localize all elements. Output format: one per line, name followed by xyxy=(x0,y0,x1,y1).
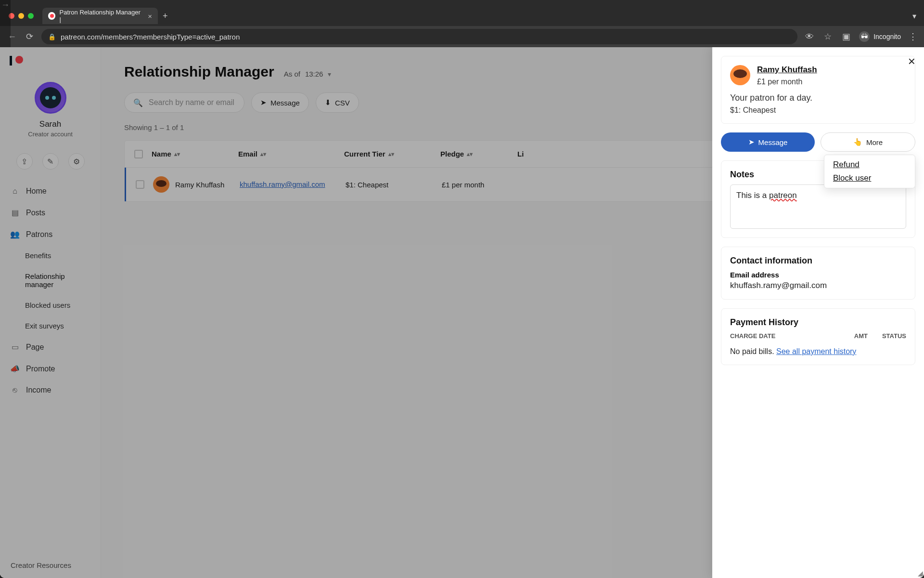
lock-icon: 🔒 xyxy=(48,33,56,40)
ph-see-all-link[interactable]: See all payment history xyxy=(776,347,856,355)
menu-refund[interactable]: Refund xyxy=(833,160,906,170)
window-zoom-icon[interactable] xyxy=(28,13,34,19)
ph-col-date: CHARGE DATE xyxy=(730,332,840,340)
panel-icon[interactable]: ▣ xyxy=(841,31,851,42)
payment-history-title: Payment History xyxy=(730,317,906,328)
tabs-overflow-icon[interactable]: ▾ xyxy=(912,12,916,21)
url-text: patreon.com/members?membershipType=activ… xyxy=(61,33,240,41)
send-icon: ➤ xyxy=(748,138,755,146)
browser-tab-bar: Patron Relationship Manager | × + ▾ xyxy=(0,6,924,26)
cursor-icon: 👆 xyxy=(853,138,862,146)
bookmark-icon[interactable]: ☆ xyxy=(822,31,833,42)
drawer-more-button[interactable]: 👆More xyxy=(821,132,915,152)
contact-title: Contact information xyxy=(730,256,906,266)
notes-textarea[interactable]: This is a patreon xyxy=(730,184,906,229)
eye-off-icon[interactable]: 👁 xyxy=(804,32,815,42)
window-minimize-icon[interactable] xyxy=(18,13,24,19)
patron-since: Your patron for a day. xyxy=(730,93,906,103)
patron-summary-card: Ramy Khuffash £1 per month Your patron f… xyxy=(721,56,915,124)
patron-avatar xyxy=(730,65,750,85)
email-label: Email address xyxy=(730,271,906,279)
browser-tab[interactable]: Patron Relationship Manager | × xyxy=(42,8,158,24)
incognito-badge[interactable]: 🕶 Incognito xyxy=(859,31,901,42)
tab-close-icon[interactable]: × xyxy=(148,12,152,20)
drawer-message-button[interactable]: ➤Message xyxy=(721,132,815,152)
favicon-icon xyxy=(48,12,55,20)
payment-history-card: Payment History CHARGE DATE AMT STATUS N… xyxy=(721,308,915,365)
traffic-lights xyxy=(9,13,34,19)
tab-title: Patron Relationship Manager | xyxy=(59,9,141,23)
ph-col-amt: AMT xyxy=(854,332,868,340)
patron-drawer: × Ramy Khuffash £1 per month Your patron… xyxy=(712,47,924,578)
incognito-label: Incognito xyxy=(873,33,901,40)
browser-menu-icon[interactable]: ⋮ xyxy=(909,31,917,42)
menu-block-user[interactable]: Block user xyxy=(833,173,906,183)
reload-button[interactable]: ⟳ xyxy=(24,31,35,42)
email-value: khuffash.ramy@gmail.com xyxy=(730,281,906,290)
drawer-close-button[interactable]: × xyxy=(908,54,915,69)
address-bar: ← → ⟳ 🔒 patreon.com/members?membershipTy… xyxy=(0,26,924,47)
ph-empty-text: No paid bills. xyxy=(730,347,776,355)
patron-tier: $1: Cheapest xyxy=(730,106,906,115)
more-menu: Refund Block user xyxy=(824,155,915,188)
ph-col-status: STATUS xyxy=(882,332,906,340)
new-tab-button[interactable]: + xyxy=(163,11,168,21)
contact-card: Contact information Email address khuffa… xyxy=(721,247,915,300)
resize-grip-icon[interactable]: ◢ xyxy=(918,569,923,577)
patron-rate: £1 per month xyxy=(757,78,817,86)
incognito-icon: 🕶 xyxy=(859,31,870,42)
patron-name[interactable]: Ramy Khuffash xyxy=(757,65,817,75)
url-input[interactable]: 🔒 patreon.com/members?membershipType=act… xyxy=(41,29,797,44)
